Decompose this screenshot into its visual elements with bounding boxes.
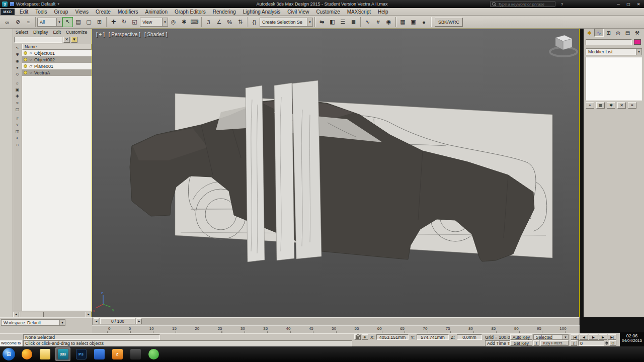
menu-customize[interactable]: Customize bbox=[312, 8, 343, 16]
taskbar-zip[interactable]: Z bbox=[110, 347, 125, 361]
taskbar-photoshop[interactable]: Ps bbox=[73, 347, 89, 361]
menu-lighting-analysis[interactable]: Lighting Analysis bbox=[239, 8, 284, 16]
menu-views[interactable]: Views bbox=[71, 8, 92, 16]
reference-coordinate-dropdown[interactable]: View▾ bbox=[140, 18, 168, 27]
select-and-rotate-button[interactable]: ↻ bbox=[119, 17, 129, 27]
viewport-menu-button[interactable]: [ + ] bbox=[96, 32, 105, 37]
x-coordinate-field[interactable]: 4053,151mm bbox=[376, 334, 409, 340]
explorer-materials-icon[interactable]: ◐ bbox=[14, 135, 21, 141]
modify-tab[interactable]: ∿ bbox=[594, 29, 604, 37]
remove-modifier-button[interactable]: ✕ bbox=[617, 102, 626, 109]
explorer-xrefs-icon[interactable]: # bbox=[14, 115, 21, 122]
maximize-button[interactable]: ▢ bbox=[625, 1, 632, 7]
time-slider-handle[interactable]: 0 / 100 bbox=[100, 318, 135, 324]
explorer-cameras-icon[interactable]: ▣ bbox=[14, 86, 21, 93]
scrollbar-thumb[interactable] bbox=[20, 312, 44, 317]
workspace-selector[interactable]: Workspace: Default ▾ bbox=[10, 2, 59, 7]
time-slider[interactable]: ◂ 0 / 100 ▸ bbox=[92, 317, 580, 325]
modifier-list-dropdown[interactable]: Modifier List ▾ bbox=[586, 48, 642, 55]
explorer-frozen-icon[interactable]: ✱ bbox=[14, 51, 21, 58]
auto-key-button[interactable]: Auto Key bbox=[510, 334, 532, 340]
object-color-swatch[interactable] bbox=[634, 39, 641, 45]
pin-stack-button[interactable]: ⌖ bbox=[586, 102, 594, 109]
select-and-manipulate-button[interactable]: ✱ bbox=[179, 17, 189, 27]
search-filter-button[interactable]: ▼ bbox=[71, 37, 77, 43]
menu-graph-editors[interactable]: Graph Editors bbox=[171, 8, 209, 16]
explorer-search-input[interactable] bbox=[14, 37, 62, 43]
display-tab[interactable]: ▤ bbox=[623, 29, 632, 37]
make-unique-button[interactable]: ✱ bbox=[607, 102, 615, 109]
help-icon[interactable]: ? bbox=[558, 1, 566, 7]
configure-modifier-sets-button[interactable]: ≡ bbox=[628, 102, 636, 109]
menu-modifiers[interactable]: Modifiers bbox=[114, 8, 142, 16]
row-object002[interactable]: ○ Object002 bbox=[22, 56, 92, 63]
angle-snap-toggle[interactable]: ∠ bbox=[214, 17, 224, 27]
row-object001[interactable]: ○ Object001 bbox=[22, 50, 92, 56]
time-configuration-button[interactable]: ⊙ bbox=[609, 340, 616, 346]
hierarchy-tab[interactable]: ⊞ bbox=[604, 29, 613, 37]
menu-edit[interactable]: Edit bbox=[16, 8, 32, 16]
minimize-button[interactable]: ─ bbox=[615, 1, 622, 7]
perspective-viewport[interactable]: z x y [ + ] [ Perspective ] [ Shaded ] bbox=[92, 29, 580, 317]
explorer-menu-select[interactable]: Select bbox=[13, 30, 31, 35]
menu-animation[interactable]: Animation bbox=[141, 8, 171, 16]
sbk-wrc-custom-button[interactable]: SBK/WRC bbox=[435, 18, 463, 27]
object-name-field[interactable] bbox=[586, 39, 632, 45]
explorer-geometry-icon[interactable]: ● bbox=[14, 64, 21, 71]
snaps-toggle[interactable]: 3 bbox=[203, 17, 214, 27]
menu-help[interactable]: Help bbox=[374, 8, 392, 16]
explorer-bones-icon[interactable]: Y bbox=[14, 122, 21, 128]
percent-snap-toggle[interactable]: % bbox=[224, 17, 235, 27]
explorer-helpers-icon[interactable]: ✚ bbox=[14, 93, 21, 100]
workspace-dropdown[interactable]: Workspace: Default ▾ bbox=[1, 319, 65, 326]
selection-region-button[interactable]: ▢ bbox=[84, 17, 94, 27]
rendered-frame-window-button[interactable]: ▣ bbox=[408, 17, 419, 27]
key-filter-set-dropdown[interactable]: Selected ▾ bbox=[533, 334, 569, 340]
taskbar-recorder[interactable] bbox=[146, 347, 161, 361]
named-selection-sets-dropdown[interactable]: Create Selection Se▾ bbox=[260, 18, 313, 27]
window-crossing-toggle[interactable]: ⊞ bbox=[94, 17, 105, 27]
menu-civil-view[interactable]: Civil View bbox=[284, 8, 312, 16]
menu-maxscript[interactable]: MAXScript bbox=[344, 8, 374, 16]
selection-filter-dropdown[interactable]: All▾ bbox=[37, 18, 62, 27]
next-frame-arrow[interactable]: ▸ bbox=[136, 318, 142, 324]
toggle-layer-explorer-button[interactable]: ≣ bbox=[348, 17, 359, 27]
scroll-left-arrow[interactable]: ◂ bbox=[13, 312, 19, 317]
align-button[interactable]: ◧ bbox=[327, 17, 338, 27]
menu-rendering[interactable]: Rendering bbox=[209, 8, 239, 16]
visibility-bulb-icon[interactable] bbox=[24, 71, 27, 74]
explorer-containers-icon[interactable]: ◫ bbox=[14, 128, 21, 135]
row-vectraa[interactable]: ○ VectraA bbox=[22, 69, 92, 76]
search-clear-button[interactable]: ✕ bbox=[63, 37, 70, 43]
mirror-button[interactable]: ⇋ bbox=[316, 17, 327, 27]
lock-selection-toggle[interactable] bbox=[354, 334, 361, 340]
explorer-menu-display[interactable]: Display bbox=[31, 30, 51, 35]
explorer-lights-icon[interactable]: ☼ bbox=[14, 80, 21, 86]
system-clock[interactable]: 02:06 04/04/2015 bbox=[620, 332, 644, 346]
scroll-right-arrow[interactable]: ▸ bbox=[86, 312, 92, 317]
explorer-hidden-icon[interactable]: ◉ bbox=[14, 58, 21, 64]
previous-frame-button[interactable]: ◀ bbox=[580, 334, 588, 340]
explorer-lock-icon[interactable]: ∩ bbox=[14, 141, 21, 148]
z-coordinate-field[interactable]: 0,0mm bbox=[457, 334, 482, 340]
template-plane-middle[interactable] bbox=[274, 83, 294, 260]
viewport-3d-view[interactable]: z x y bbox=[92, 29, 579, 317]
bind-to-space-warp-button[interactable]: ≈ bbox=[23, 17, 34, 27]
create-tab[interactable]: ✱ bbox=[585, 29, 594, 37]
application-menu-button[interactable]: MXD bbox=[1, 9, 15, 15]
taskbar-explorer[interactable] bbox=[37, 347, 52, 361]
track-bar[interactable]: 0 5 10 15 20 25 30 35 40 45 50 55 60 65 … bbox=[92, 325, 580, 333]
taskbar-dark-app[interactable] bbox=[128, 347, 143, 361]
taskbar-firefox[interactable] bbox=[19, 347, 34, 361]
help-search-box[interactable] bbox=[490, 1, 555, 7]
modifier-stack[interactable] bbox=[586, 57, 642, 101]
go-to-start-button[interactable]: |◀ bbox=[571, 334, 579, 340]
key-filters-button[interactable]: Key Filters... bbox=[540, 340, 569, 346]
template-plane-left[interactable] bbox=[246, 85, 265, 262]
taskbar-3ds-max[interactable]: 3ds bbox=[55, 347, 70, 361]
utilities-tab[interactable]: ⚒ bbox=[632, 29, 642, 37]
visibility-bulb-icon[interactable] bbox=[24, 64, 27, 68]
frame-spinner[interactable] bbox=[605, 340, 609, 346]
previous-frame-arrow[interactable]: ◂ bbox=[94, 318, 99, 324]
set-key-button[interactable]: Set Key bbox=[510, 340, 532, 346]
